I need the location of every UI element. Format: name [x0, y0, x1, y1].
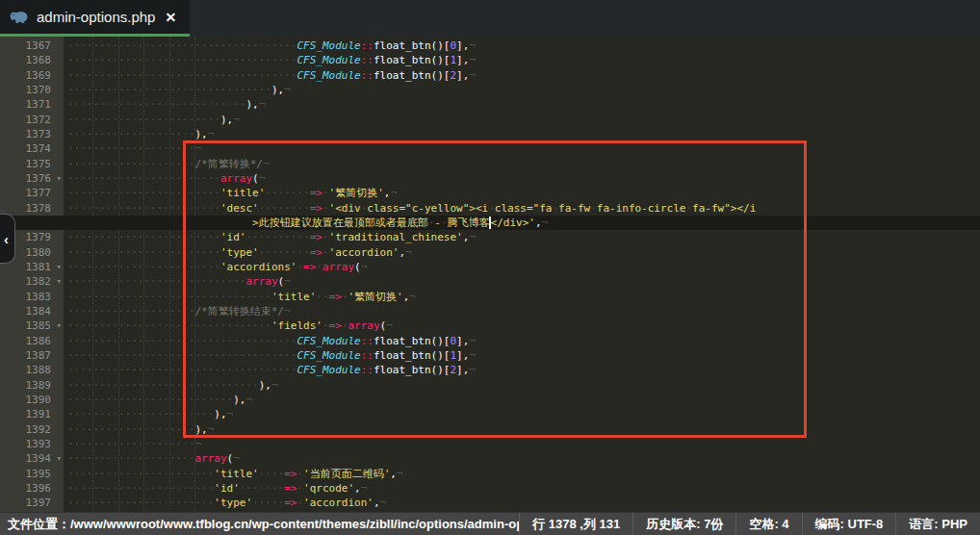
code-line[interactable]: 1396·······················'id'·······=>…: [0, 481, 980, 496]
code-line[interactable]: 1387····································…: [0, 348, 980, 363]
code-line[interactable]: 1389······························),¬: [0, 378, 980, 393]
code-line[interactable]: 1371····························),¬: [0, 97, 980, 112]
line-number[interactable]: 1388: [0, 363, 64, 377]
code-line[interactable]: 1390··························),¬: [0, 393, 980, 407]
code-line[interactable]: 1381▾························'accordions…: [0, 260, 980, 274]
code-editor[interactable]: 1367····································…: [0, 37, 980, 512]
code-text: ·······················'type'·····=>·'ac…: [64, 497, 386, 509]
line-number[interactable]: 1370: [0, 83, 64, 97]
spaces-setting-button[interactable]: 空格: 4: [735, 513, 801, 535]
line-number[interactable]: 1383: [0, 290, 64, 304]
file-path: /www/wwwroot/www.tfblog.cn/wp-content/th…: [70, 517, 519, 531]
code-line[interactable]: 1375····················/*简繁转换*/¬: [0, 157, 980, 171]
code-text: ····································CFS_…: [64, 69, 476, 82]
tab-title: admin-options.php: [37, 9, 155, 25]
code-line[interactable]: 1384····················/*简繁转换结束*/¬: [0, 304, 980, 318]
code-text: ····································CFS_…: [64, 54, 476, 66]
code-text: ····················¬: [64, 142, 201, 155]
code-line[interactable]: 1374····················¬: [0, 141, 980, 156]
line-number[interactable]: 1396: [0, 481, 64, 496]
code-line[interactable]: 1377························'title'·····…: [0, 186, 980, 200]
line-number[interactable]: 1371: [0, 97, 64, 112]
line-number[interactable]: 1386: [0, 334, 64, 348]
code-line[interactable]: 1380························'type'······…: [0, 245, 980, 260]
code-line[interactable]: 1376▾························array(¬: [0, 171, 980, 186]
code-line[interactable]: 1369····································…: [0, 68, 980, 83]
code-line[interactable]: 1397·······················'type'·····=>…: [0, 496, 980, 510]
code-text: ····································CFS_…: [64, 364, 476, 376]
line-number[interactable]: 1376▾: [0, 171, 64, 186]
line-number[interactable]: 1389: [0, 378, 64, 393]
line-number[interactable]: 1382▾: [0, 274, 64, 289]
fold-arrow-icon[interactable]: ▾: [57, 318, 62, 333]
fold-arrow-icon[interactable]: ▾: [57, 171, 62, 186]
line-number[interactable]: 1368: [0, 53, 64, 67]
code-text: ····················),¬: [64, 128, 214, 140]
code-line[interactable]: 1394▾····················array(¬: [0, 451, 980, 466]
code-line[interactable]: 1378························'desc'······…: [0, 201, 980, 216]
code-line[interactable]: 1386····································…: [0, 334, 980, 348]
cursor-position: 行 1378 ,列 131: [519, 513, 632, 535]
fold-arrow-icon[interactable]: ▾: [57, 260, 62, 274]
line-number[interactable]: 1377: [0, 186, 64, 200]
sidebar-toggle-handle[interactable]: ‹: [0, 214, 15, 264]
code-line[interactable]: 1379························'id'········…: [0, 230, 980, 244]
line-number[interactable]: 1397: [0, 496, 64, 510]
chevron-left-icon: ‹: [4, 232, 9, 246]
code-text: ·······················'id'·······=>·'qr…: [64, 482, 367, 495]
line-number[interactable]: 1375: [0, 157, 64, 171]
line-number[interactable]: 1395: [0, 467, 64, 481]
code-line[interactable]: 1385▾································'fi…: [0, 318, 980, 333]
line-number[interactable]: 1387: [0, 348, 64, 363]
line-number[interactable]: 1367: [0, 38, 64, 53]
code-line[interactable]: 1392····················),¬: [0, 422, 980, 437]
code-text: ·······················),¬: [64, 408, 233, 420]
code-line[interactable]: 1372························),¬: [0, 113, 980, 127]
line-number[interactable]: 1372: [0, 113, 64, 127]
code-line[interactable]: 1368····································…: [0, 53, 980, 67]
code-text: ····················array(¬: [64, 452, 240, 465]
line-number[interactable]: 1373: [0, 127, 64, 141]
code-line[interactable]: 1391·······················),¬: [0, 407, 980, 421]
line-number[interactable]: 1392: [0, 422, 64, 437]
line-number[interactable]: 1369: [0, 68, 64, 83]
line-number[interactable]: 1394▾: [0, 451, 64, 466]
tab-bar: admin-options.php ✕: [0, 0, 980, 37]
code-line[interactable]: 1367····································…: [0, 38, 980, 53]
code-text: ························'desc'········=>…: [64, 202, 756, 215]
line-number[interactable]: 1378: [0, 201, 64, 216]
encoding-setting-button[interactable]: 编码: UTF-8: [802, 513, 896, 535]
code-text: ····················¬: [64, 438, 201, 450]
line-number[interactable]: 1393: [0, 437, 64, 451]
code-text: ································'title'·…: [64, 291, 416, 303]
code-text: ······························),¬: [64, 379, 278, 392]
tab-admin-options[interactable]: admin-options.php ✕: [0, 0, 190, 34]
code-text: ····························array(¬: [64, 275, 291, 288]
code-text: >此按钮建议放置在最顶部或者最底部·-·腾飞博客</div>',¬: [64, 217, 548, 229]
language-setting-button[interactable]: 语言: PHP: [895, 513, 980, 535]
line-number[interactable]: 1374: [0, 141, 64, 156]
fold-arrow-icon[interactable]: ▾: [57, 274, 62, 289]
code-text: ································),¬: [64, 84, 291, 96]
line-number[interactable]: 1390: [0, 393, 64, 407]
code-line[interactable]: >此按钮建议放置在最顶部或者最底部·-·腾飞博客</div>',¬: [0, 216, 980, 230]
code-line[interactable]: 1383································'tit…: [0, 290, 980, 304]
code-text: ····················),¬: [64, 423, 214, 436]
code-text: ····································CFS_…: [64, 39, 476, 52]
code-line[interactable]: 1382▾····························array(¬: [0, 274, 980, 289]
code-text: ····································CFS_…: [64, 335, 476, 347]
code-text: ····································CFS_…: [64, 349, 476, 362]
fold-arrow-icon[interactable]: ▾: [57, 451, 62, 466]
code-line[interactable]: 1388····································…: [0, 363, 980, 377]
line-number[interactable]: 1384: [0, 304, 64, 318]
code-text: ························'accordions'·=>·…: [64, 261, 367, 273]
code-line[interactable]: 1373····················),¬: [0, 127, 980, 141]
line-number[interactable]: 1385▾: [0, 318, 64, 333]
close-icon[interactable]: ✕: [165, 11, 176, 24]
code-line[interactable]: 1395·······················'title'····=>…: [0, 467, 980, 481]
line-number[interactable]: 1391: [0, 407, 64, 421]
code-line[interactable]: 1393····················¬: [0, 437, 980, 451]
code-line[interactable]: 1370································),¬: [0, 83, 980, 97]
code-text: ························'type'········=>…: [64, 246, 412, 259]
history-versions-button[interactable]: 历史版本: 7份: [632, 513, 735, 535]
